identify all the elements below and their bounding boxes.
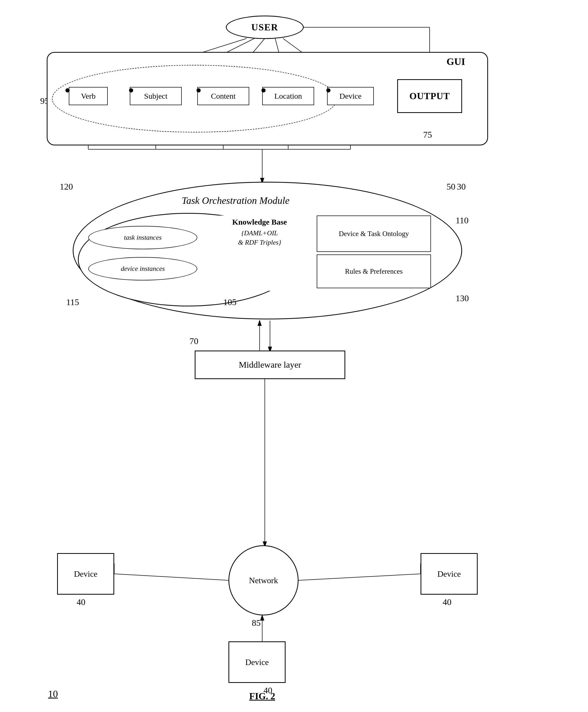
rp-box: Rules & Preferences (317, 254, 431, 288)
verb-box: Verb (69, 87, 108, 105)
device-input-label: Device (340, 92, 362, 101)
ref-40-right: 40 (443, 597, 451, 607)
ref-105: 105 (223, 297, 236, 307)
device-bottom-label: Device (245, 657, 269, 667)
ref-40-left: 40 (77, 597, 85, 607)
dto-label: Device & Task Ontology (339, 230, 409, 238)
device-instances-label: device instances (121, 265, 165, 273)
subject-box: Subject (130, 87, 182, 105)
output-box: OUTPUT (397, 79, 462, 113)
kb-content: {DAML+OIL& RDF Triples} (208, 228, 312, 249)
diagram-number: 10 (48, 688, 58, 699)
ref-75: 75 (423, 130, 432, 140)
device-input-box: Device (327, 87, 374, 105)
middleware-box: Middleware layer (195, 351, 345, 379)
ref-85: 85 (252, 618, 261, 628)
ref-50: 50 (446, 182, 455, 192)
network-circle: Network (228, 545, 298, 615)
kb-title: Knowledge Base (208, 215, 312, 228)
ref-130: 130 (456, 293, 469, 303)
verb-label: Verb (81, 92, 96, 101)
device-left-box: Device (57, 553, 114, 594)
device-left-label: Device (74, 569, 98, 579)
svg-line-22 (114, 574, 229, 580)
device-instances-ellipse: device instances (88, 257, 197, 280)
location-box: Location (262, 87, 314, 105)
user-ellipse: USER (226, 16, 304, 39)
ref-110: 110 (456, 215, 468, 225)
task-instances-label: task instances (124, 234, 162, 242)
device-right-label: Device (437, 569, 461, 579)
diagram-container: USER 135 60 95 GUI 75 Verb Subject Conte… (0, 0, 588, 712)
task-instances-ellipse: task instances (88, 226, 197, 249)
ref-70: 70 (190, 336, 198, 346)
network-label: Network (249, 576, 278, 585)
content-dot (196, 88, 201, 92)
ref-115: 115 (66, 297, 79, 307)
subject-label: Subject (144, 92, 167, 101)
user-label: USER (251, 22, 278, 33)
subject-dot (129, 88, 133, 92)
middleware-label: Middleware layer (239, 360, 301, 370)
diagram-number-value: 10 (48, 688, 58, 699)
kb-box: Knowledge Base {DAML+OIL& RDF Triples} (208, 215, 312, 291)
device-dot (326, 88, 331, 92)
dto-box: Device & Task Ontology (317, 215, 431, 252)
output-label: OUTPUT (410, 91, 450, 102)
ref-30: 30 (457, 182, 466, 192)
tom-label: Task Orchestration Module (182, 195, 290, 206)
device-right-box: Device (421, 553, 478, 594)
location-label: Location (274, 92, 302, 101)
location-dot (261, 88, 266, 92)
content-box: Content (197, 87, 249, 105)
device-bottom-box: Device (228, 641, 286, 683)
verb-dot (65, 88, 69, 92)
gui-label: GUI (446, 56, 465, 67)
fig-label: FIG. 2 (249, 691, 275, 701)
svg-line-24 (298, 574, 421, 580)
content-label: Content (211, 92, 236, 101)
rp-label: Rules & Preferences (345, 268, 403, 275)
ref-120: 120 (60, 182, 73, 192)
